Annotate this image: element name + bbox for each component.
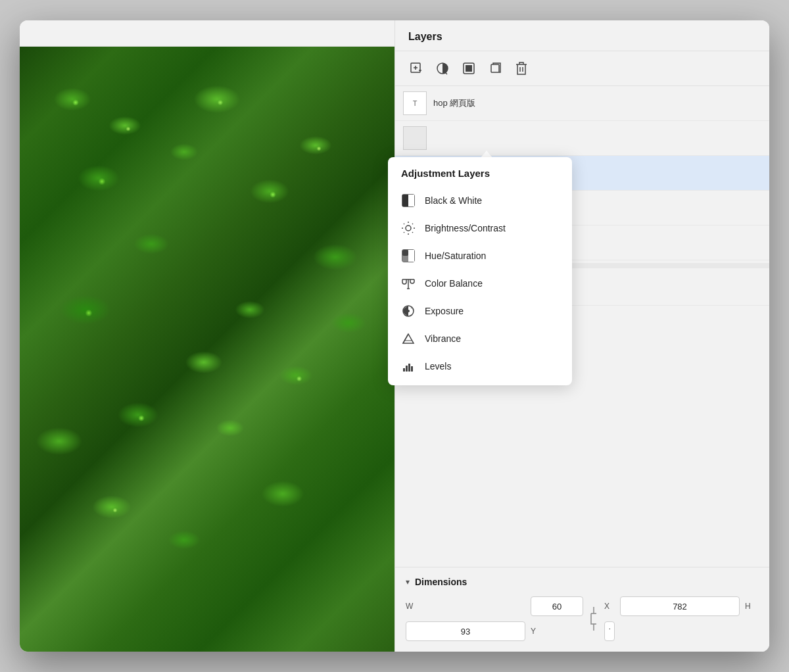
chevron-icon: ▾ xyxy=(406,577,410,587)
height-input[interactable] xyxy=(406,621,525,641)
width-label: W xyxy=(406,602,525,611)
adjustment-item-exp[interactable]: Exposure xyxy=(388,297,572,325)
layers-title: Layers xyxy=(408,31,442,42)
layers-toolbar: ··· xyxy=(395,51,769,86)
svg-line-36 xyxy=(412,224,413,224)
app-window: Layers xyxy=(20,20,769,652)
canvas-image xyxy=(20,47,394,652)
svg-rect-39 xyxy=(408,250,414,262)
adjustment-item-label: Vibrance xyxy=(425,333,461,344)
layers-header: Layers xyxy=(395,20,769,51)
x-label: X xyxy=(604,602,615,611)
adjustment-item-bc[interactable]: Brightness/Contrast xyxy=(388,214,572,242)
adjustment-item-label: Black & White xyxy=(425,195,482,206)
delete-layer-button[interactable] xyxy=(511,58,532,79)
svg-rect-49 xyxy=(406,366,408,372)
svg-rect-51 xyxy=(411,366,413,372)
canvas-top-bar xyxy=(20,20,394,47)
balance-icon xyxy=(401,276,416,291)
layer-thumbnail xyxy=(403,126,427,150)
bw-icon xyxy=(401,193,416,208)
svg-rect-40 xyxy=(402,250,408,256)
mask-button[interactable] xyxy=(458,58,479,79)
layer-name: hop 網頁版 xyxy=(433,97,769,109)
svg-rect-50 xyxy=(408,364,410,372)
width-input[interactable] xyxy=(531,596,583,616)
svg-point-29 xyxy=(406,226,411,231)
adjustment-dropdown-title: Adjustment Layers xyxy=(388,168,572,187)
svg-rect-5 xyxy=(466,65,472,72)
vibrance-icon xyxy=(401,331,416,346)
link-icon xyxy=(588,606,599,632)
adjustment-dropdown: Adjustment Layers Black & White xyxy=(388,157,572,385)
dimensions-title: Dimensions xyxy=(415,577,467,587)
svg-line-34 xyxy=(404,224,404,224)
adjustment-layer-button[interactable] xyxy=(432,58,453,79)
adjustment-item-bw[interactable]: Black & White xyxy=(388,187,572,214)
add-layer-button[interactable] xyxy=(406,58,427,79)
svg-line-37 xyxy=(404,232,404,233)
layer-item[interactable] xyxy=(395,121,769,156)
canvas-area xyxy=(20,20,394,652)
brightness-icon xyxy=(401,221,416,235)
dimensions-grid: W X H Y xyxy=(406,596,769,641)
adjustment-item-label: Levels xyxy=(425,361,451,372)
hue-icon xyxy=(401,249,416,263)
dimensions-header: ▾ Dimensions xyxy=(406,577,769,587)
y-input[interactable] xyxy=(604,621,615,641)
levels-icon xyxy=(401,359,416,373)
svg-line-46 xyxy=(403,334,408,343)
exposure-icon xyxy=(401,304,416,318)
adjustment-item-hs[interactable]: Hue/Saturation xyxy=(388,242,572,270)
svg-marker-45 xyxy=(403,334,414,343)
adjustment-item-cb[interactable]: Color Balance xyxy=(388,270,572,297)
adjustment-item-label: Exposure xyxy=(425,306,464,316)
adjustment-item-label: Color Balance xyxy=(425,278,483,289)
layer-thumbnail: T xyxy=(403,91,427,115)
svg-point-44 xyxy=(407,310,410,312)
duplicate-button[interactable] xyxy=(485,58,506,79)
height-label: H xyxy=(745,602,769,611)
y-label: Y xyxy=(531,627,583,636)
svg-line-35 xyxy=(412,232,413,233)
svg-rect-28 xyxy=(408,195,414,206)
svg-rect-48 xyxy=(403,368,405,372)
x-input[interactable] xyxy=(620,596,740,616)
layer-item[interactable]: T hop 網頁版 xyxy=(395,86,769,121)
dimensions-panel: ▾ Dimensions W X H xyxy=(395,567,769,652)
adjustment-item-lev[interactable]: Levels xyxy=(388,352,572,380)
adjustment-item-vib[interactable]: Vibrance xyxy=(388,325,572,352)
svg-rect-6 xyxy=(491,64,499,72)
adjustment-item-label: Brightness/Contrast xyxy=(425,223,506,233)
adjustment-item-label: Hue/Saturation xyxy=(425,251,486,261)
